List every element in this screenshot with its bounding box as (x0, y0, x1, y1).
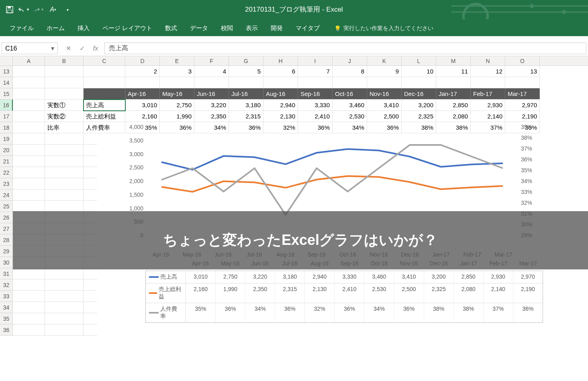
cell[interactable] (45, 291, 84, 302)
cell[interactable]: 2,410 (298, 111, 333, 122)
select-all-corner[interactable] (0, 56, 13, 65)
cell[interactable]: 37% (471, 122, 505, 133)
cell[interactable] (13, 178, 45, 189)
cell[interactable]: 3,330 (298, 100, 333, 111)
col-header[interactable]: I (298, 56, 333, 65)
cell[interactable] (13, 291, 45, 302)
tab-data[interactable]: データ (184, 20, 214, 36)
cell[interactable]: 2,325 (402, 111, 436, 122)
cell[interactable] (45, 88, 84, 100)
save-icon[interactable] (4, 4, 15, 15)
row-header[interactable]: 13 (0, 66, 13, 77)
tab-page-layout[interactable]: ページ レイアウト (96, 20, 159, 36)
cell[interactable] (333, 77, 367, 88)
cell[interactable]: 3 (160, 66, 194, 77)
cell[interactable]: 2,315 (229, 111, 263, 122)
cell[interactable]: 34% (194, 122, 229, 133)
cell[interactable]: 3,010 (125, 100, 160, 111)
cell[interactable] (13, 268, 45, 279)
cell[interactable] (13, 100, 45, 111)
row-header[interactable]: 31 (0, 268, 13, 279)
cell[interactable]: 2,750 (160, 100, 194, 111)
col-header[interactable]: F (194, 56, 229, 65)
cell[interactable] (505, 77, 540, 88)
cell[interactable]: 9 (367, 66, 402, 77)
cell[interactable]: 2,080 (436, 111, 471, 122)
row-header[interactable]: 28 (0, 234, 13, 246)
cell[interactable]: 5 (229, 66, 263, 77)
cell[interactable] (84, 66, 125, 77)
cell[interactable]: 12 (471, 66, 505, 77)
cell[interactable] (45, 156, 84, 167)
tell-me-box[interactable]: 💡 実行したい作業を入力してください (334, 25, 433, 36)
tab-developer[interactable]: 開発 (264, 20, 289, 36)
row-header[interactable]: 25 (0, 201, 13, 212)
cell[interactable] (13, 122, 45, 133)
row-header[interactable]: 22 (0, 167, 13, 178)
tab-insert[interactable]: 挿入 (71, 20, 96, 36)
cell[interactable]: 13 (505, 66, 540, 77)
cells-area[interactable]: 2345678910111213 Apr-16May-16Jun-16Jul-1… (13, 66, 588, 336)
chevron-down-icon[interactable]: ▾ (51, 45, 54, 52)
cell[interactable]: 8 (333, 66, 367, 77)
font-clear-icon[interactable]: A▾ (47, 4, 59, 15)
cell[interactable] (45, 302, 84, 313)
cell[interactable]: 3,200 (402, 100, 436, 111)
cell[interactable] (45, 279, 84, 291)
cell[interactable] (13, 111, 45, 122)
cell[interactable]: 人件費率 (84, 122, 125, 133)
row-header[interactable]: 33 (0, 291, 13, 302)
cell[interactable] (45, 268, 84, 279)
cell[interactable] (13, 145, 45, 156)
cell[interactable]: 2,190 (505, 111, 540, 122)
cell[interactable] (13, 167, 45, 178)
cell[interactable] (229, 77, 263, 88)
col-header[interactable]: M (436, 56, 471, 65)
row-header[interactable]: 20 (0, 145, 13, 156)
col-header[interactable]: G (229, 56, 263, 65)
col-header[interactable]: J (333, 56, 367, 65)
cell[interactable]: Jul-16 (229, 88, 263, 100)
cell[interactable] (13, 324, 45, 336)
row-header[interactable]: 23 (0, 178, 13, 189)
cell[interactable]: 34% (333, 122, 367, 133)
cell[interactable]: May-16 (160, 88, 194, 100)
cell[interactable] (45, 66, 84, 77)
col-header[interactable]: L (402, 56, 436, 65)
cell[interactable] (13, 156, 45, 167)
name-box[interactable]: C16 ▾ (2, 43, 58, 54)
cell[interactable]: Jan-17 (436, 88, 471, 100)
row-header[interactable]: 17 (0, 111, 13, 122)
cell[interactable]: Sep-16 (298, 88, 333, 100)
row-header[interactable]: 15 (0, 88, 13, 100)
tab-file[interactable]: ファイル (3, 20, 40, 36)
cell[interactable]: 4 (194, 66, 229, 77)
cell[interactable] (471, 77, 505, 88)
cell[interactable]: 32% (263, 122, 298, 133)
cell[interactable]: Apr-16 (125, 88, 160, 100)
tab-home[interactable]: ホーム (40, 20, 71, 36)
col-header[interactable]: E (160, 56, 194, 65)
cell[interactable]: 2,500 (367, 111, 402, 122)
cell[interactable] (13, 201, 45, 212)
col-header[interactable]: D (125, 56, 160, 65)
cell[interactable]: 10 (402, 66, 436, 77)
tab-review[interactable]: 校閲 (214, 20, 239, 36)
cell[interactable]: 6 (263, 66, 298, 77)
cell[interactable] (13, 279, 45, 291)
cell[interactable] (45, 313, 84, 324)
cell[interactable]: 3,220 (194, 100, 229, 111)
cell[interactable]: 2,140 (471, 111, 505, 122)
cell[interactable] (13, 88, 45, 100)
cell[interactable]: Oct-16 (333, 88, 367, 100)
cell[interactable] (194, 77, 229, 88)
cell[interactable] (45, 77, 84, 88)
col-header[interactable]: C (84, 56, 125, 65)
row-header[interactable]: 19 (0, 133, 13, 145)
cell[interactable] (45, 133, 84, 145)
cell[interactable] (13, 77, 45, 88)
cell[interactable]: 36% (298, 122, 333, 133)
tab-view[interactable]: 表示 (239, 20, 264, 36)
cell[interactable] (84, 77, 125, 88)
cell[interactable] (367, 77, 402, 88)
